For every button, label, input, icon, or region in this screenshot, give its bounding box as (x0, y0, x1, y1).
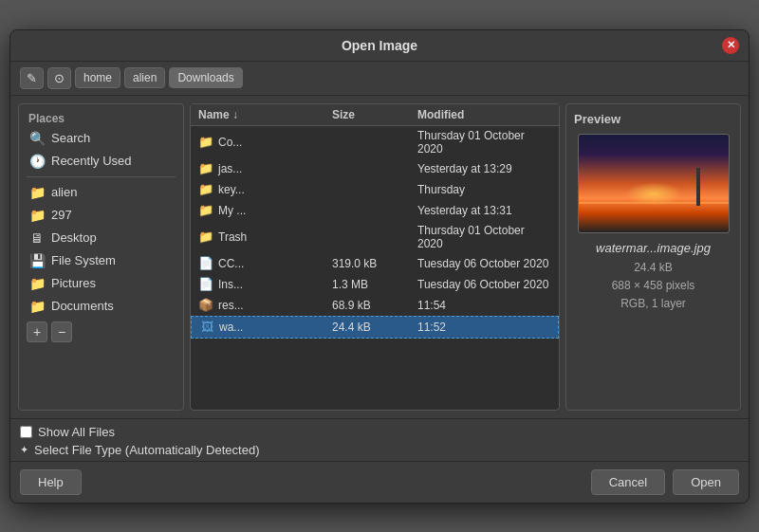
file-size: 68.9 kB (332, 299, 417, 312)
sidebar-item-desktop[interactable]: 🖥 Desktop (19, 227, 183, 249)
file-name: 📦res... (198, 298, 332, 313)
folder-icon: 📁 (198, 203, 213, 218)
file-modified: 11:52 (417, 321, 550, 334)
table-row[interactable]: 📁My ... Yesterday at 13:31 (191, 200, 559, 221)
file-list-area: Name ↓ Size Modified 📁Co... Thursday 01 … (190, 103, 560, 411)
bottom-area: Show All Files ✦ Select File Type (Autom… (10, 418, 749, 461)
add-bookmark-button[interactable]: + (27, 321, 47, 342)
table-row[interactable]: 🖼wa... 24.4 kB 11:52 (191, 316, 559, 339)
sidebar-divider (27, 176, 176, 177)
file-modified: 11:54 (417, 299, 551, 312)
open-image-dialog: Open Image ✕ ✎ ⊙ home alien Downloads Pl… (9, 29, 750, 504)
action-bar-right: Cancel Open (591, 469, 739, 495)
file-size: 1.3 MB (332, 278, 417, 291)
preview-label: Preview (574, 112, 620, 126)
folder-icon: 📁 (198, 161, 213, 176)
sidebar-item-alien[interactable]: 📁 alien (19, 181, 183, 204)
file-size: 319.0 kB (332, 257, 417, 270)
file-list-header: Name ↓ Size Modified (191, 104, 559, 126)
preview-panel: Preview watermar...image.jpg 24.4 kB 688… (565, 103, 741, 411)
folder-icon: 📁 (28, 185, 46, 200)
breadcrumb-alien[interactable]: alien (124, 67, 165, 88)
table-row[interactable]: 📁key... Thursday (191, 179, 559, 200)
file-name: 📁My ... (198, 203, 332, 218)
edit-button[interactable]: ✎ (20, 67, 44, 89)
show-all-files-label[interactable]: Show All Files (20, 425, 739, 439)
close-button[interactable]: ✕ (722, 37, 739, 54)
pdf-icon: 📄 (198, 256, 213, 271)
title-bar: Open Image ✕ (10, 30, 749, 62)
col-name[interactable]: Name ↓ (198, 108, 332, 121)
remove-bookmark-button[interactable]: − (51, 321, 72, 342)
file-modified: Thursday 01 October 2020 (417, 129, 551, 156)
preview-image (578, 134, 730, 233)
sidebar-item-search[interactable]: 🔍 Search (19, 127, 183, 150)
toolbar: ✎ ⊙ home alien Downloads (10, 62, 749, 96)
image-icon: 🖼 (199, 320, 214, 335)
hdd-icon: ⊙ (54, 71, 65, 85)
edit-icon: ✎ (27, 71, 37, 85)
main-body: Places 🔍 Search 🕐 Recently Used 📁 alien … (10, 96, 749, 418)
sidebar-footer: + − (19, 318, 183, 346)
dialog-title: Open Image (342, 38, 417, 53)
file-name: 📄CC... (198, 256, 332, 271)
file-modified: Yesterday at 13:29 (417, 162, 551, 175)
sidebar: Places 🔍 Search 🕐 Recently Used 📁 alien … (18, 103, 184, 411)
file-name: 📁key... (198, 182, 332, 197)
zip-icon: 📦 (198, 298, 213, 313)
file-modified: Yesterday at 13:31 (417, 204, 551, 217)
table-row[interactable]: 📁Co... Thursday 01 October 2020 (191, 126, 559, 158)
recently-used-icon: 🕐 (28, 154, 46, 169)
col-modified[interactable]: Modified (417, 108, 551, 121)
sidebar-item-297[interactable]: 📁 297 (19, 204, 183, 227)
sidebar-item-recently-used[interactable]: 🕐 Recently Used (19, 150, 183, 173)
table-row[interactable]: 📄Ins... 1.3 MB Tuesday 06 October 2020 (191, 274, 559, 295)
documents-icon: 📁 (28, 299, 46, 314)
pictures-icon: 📁 (28, 276, 46, 291)
table-row[interactable]: 📁Trash Thursday 01 October 2020 (191, 221, 559, 253)
table-row[interactable]: 📄CC... 319.0 kB Tuesday 06 October 2020 (191, 253, 559, 274)
file-name: 🖼wa... (199, 320, 332, 335)
sidebar-item-filesystem[interactable]: 💾 File System (19, 249, 183, 272)
file-name: 📁Trash (198, 229, 332, 245)
sidebar-item-pictures[interactable]: 📁 Pictures (19, 272, 183, 295)
file-modified: Thursday 01 October 2020 (417, 224, 551, 250)
pdf-icon: 📄 (198, 277, 213, 292)
file-type-row[interactable]: ✦ Select File Type (Automatically Detect… (20, 443, 739, 457)
action-bar: Help Cancel Open (10, 461, 749, 503)
open-button[interactable]: Open (673, 469, 739, 495)
file-name: 📁Co... (198, 135, 332, 150)
file-name: 📁jas... (198, 161, 332, 176)
file-modified: Tuesday 06 October 2020 (417, 278, 551, 291)
file-modified: Thursday (417, 183, 551, 196)
preview-filename: watermar...image.jpg (596, 241, 711, 255)
sidebar-label: Places (19, 108, 183, 127)
folder-icon: 📁 (198, 135, 213, 150)
preview-details: 24.4 kB 688 × 458 pixels RGB, 1 layer (612, 259, 695, 314)
sidebar-item-documents[interactable]: 📁 Documents (19, 295, 183, 318)
table-row[interactable]: 📦res... 68.9 kB 11:54 (191, 295, 559, 316)
file-size: 24.4 kB (332, 321, 417, 334)
file-modified: Tuesday 06 October 2020 (417, 257, 551, 270)
breadcrumb-downloads[interactable]: Downloads (169, 67, 242, 88)
filesystem-icon: 💾 (28, 253, 46, 268)
hdd-button[interactable]: ⊙ (47, 67, 71, 89)
table-row[interactable]: 📁jas... Yesterday at 13:29 (191, 158, 559, 179)
cancel-button[interactable]: Cancel (591, 469, 665, 495)
help-button[interactable]: Help (20, 469, 82, 495)
col-size[interactable]: Size (332, 108, 417, 121)
file-name: 📄Ins... (198, 277, 332, 292)
breadcrumb-home[interactable]: home (75, 67, 120, 88)
search-icon: 🔍 (28, 131, 46, 146)
folder-icon: 📁 (198, 182, 213, 197)
desktop-icon: 🖥 (28, 230, 46, 246)
file-list-scroll[interactable]: 📁Co... Thursday 01 October 2020 📁jas... … (191, 126, 559, 410)
expand-icon: ✦ (20, 444, 28, 456)
folder-icon: 📁 (198, 229, 213, 245)
folder-icon-297: 📁 (28, 208, 46, 223)
show-all-files-checkbox[interactable] (20, 426, 32, 438)
